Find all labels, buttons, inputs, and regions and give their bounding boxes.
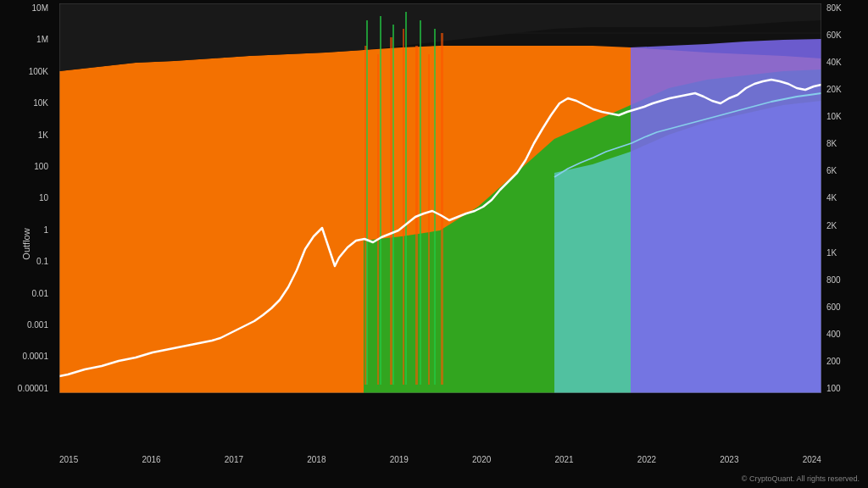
y-left-10: 10	[39, 193, 48, 202]
x-label-2019: 2019	[390, 455, 409, 464]
y-left-00001: 0.0001	[22, 352, 48, 361]
y-axis-right: 80K 60K 40K 20K 10K 8K 6K 4K 2K 1K 800 6…	[821, 3, 865, 393]
y-right-6k: 6K	[826, 166, 837, 175]
x-label-2022: 2022	[637, 455, 656, 464]
svg-rect-19	[428, 54, 430, 385]
svg-rect-22	[380, 16, 381, 385]
y-left-100: 100	[34, 162, 48, 171]
svg-rect-24	[405, 12, 407, 385]
y-left-01: 0.1	[36, 257, 48, 266]
x-label-2021: 2021	[554, 455, 573, 464]
y-right-20k: 20K	[826, 85, 842, 94]
svg-rect-23	[392, 25, 394, 385]
y-left-001: 0.01	[32, 289, 48, 298]
chart-container: Bitcoin Addresses Outflow Status Highly …	[0, 0, 868, 488]
y-right-400: 400	[826, 330, 841, 339]
y-right-4k: 4K	[826, 193, 837, 202]
y-right-80k: 80K	[826, 3, 842, 13]
y-left-000001: 0.00001	[18, 384, 48, 393]
x-label-2015: 2015	[59, 455, 78, 464]
y-right-10k: 10K	[826, 112, 842, 121]
y-left-10m: 10M	[32, 3, 48, 13]
y-right-1k: 1K	[826, 248, 837, 258]
x-label-2020: 2020	[472, 455, 491, 464]
y-right-100: 100	[826, 384, 841, 393]
y-left-0001: 0.001	[27, 320, 48, 330]
x-label-2023: 2023	[720, 455, 738, 464]
copyright-text: © CryptoQuant. All rights reserved.	[742, 474, 860, 483]
highly-active-area	[631, 39, 821, 393]
x-label-2017: 2017	[225, 455, 243, 464]
svg-rect-21	[366, 20, 368, 385]
main-chart-svg	[59, 3, 821, 393]
x-label-2024: 2024	[803, 455, 821, 464]
y-left-1: 1	[43, 225, 48, 235]
y-left-1m: 1M	[36, 35, 48, 44]
x-label-2018: 2018	[307, 455, 326, 464]
y-axis-left: 10M 1M 100K 10K 1K 100 10 1 0.1 0.01 0.0…	[0, 3, 55, 393]
svg-rect-26	[434, 29, 436, 385]
x-label-2016: 2016	[142, 455, 160, 464]
y-right-8k: 8K	[826, 139, 837, 148]
svg-rect-17	[403, 29, 404, 385]
y-right-2k: 2K	[826, 221, 837, 230]
y-right-600: 600	[826, 302, 841, 312]
y-right-800: 800	[826, 275, 841, 285]
svg-rect-16	[390, 37, 392, 385]
svg-rect-25	[420, 20, 421, 385]
svg-rect-20	[441, 33, 443, 385]
y-right-60k: 60K	[826, 30, 842, 40]
svg-rect-15	[377, 54, 379, 385]
y-right-200: 200	[826, 357, 841, 366]
y-left-1k: 1K	[38, 130, 48, 140]
y-left-10k: 10K	[33, 98, 48, 108]
x-axis: 2015 2016 2017 2018 2019 2020 2021 2022 …	[59, 455, 821, 464]
y-right-40k: 40K	[826, 58, 842, 67]
y-left-100k: 100K	[29, 67, 48, 76]
